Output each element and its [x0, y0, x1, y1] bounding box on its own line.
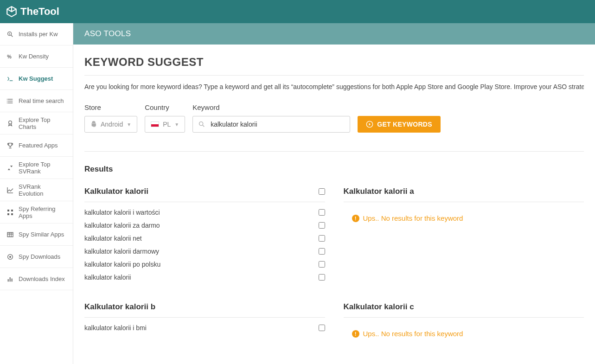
main: ASO TOOLS KEYWORD SUGGEST Are you lookin…: [73, 23, 595, 364]
keyword-checkbox[interactable]: [319, 222, 325, 229]
keyword-checkbox[interactable]: [319, 261, 325, 268]
sidebar-item-spy-similar-apps[interactable]: Spy Similar Apps: [0, 224, 73, 246]
sidebar-item-label: Real time search: [19, 97, 64, 104]
density-icon: %: [6, 53, 14, 60]
keyword-text: kalkulator kalorii po polsku: [84, 261, 160, 268]
keyword-row: kalkulator kalorii darmowy: [84, 245, 325, 258]
sidebar-item-label: SVRank Evolution: [19, 183, 66, 197]
sidebar-item-spy-referring-apps[interactable]: Spy Referring Apps: [0, 201, 73, 224]
result-group: Kalkulator kaloriikalkulator kalorii i w…: [84, 187, 325, 284]
flag-pl-icon: [151, 121, 159, 127]
result-group-title: Kalkulator kalorii c: [344, 302, 414, 312]
installs-icon: $: [6, 31, 14, 38]
sidebar-item-label: Spy Downloads: [19, 253, 60, 260]
topbar: TheTool: [0, 0, 595, 23]
svg-point-29: [199, 122, 203, 126]
arrow-circle-right-icon: [366, 121, 373, 128]
sidebar-item-installs-per-kw[interactable]: $Installs per Kw: [0, 23, 73, 45]
android-icon: [90, 121, 97, 128]
sidebar-item-real-time-search[interactable]: Real time search: [0, 90, 73, 112]
select-all-checkbox[interactable]: [319, 188, 325, 195]
sidebar-item-kw-suggest[interactable]: Kw Suggest: [0, 68, 73, 90]
keyword-checkbox[interactable]: [319, 209, 325, 216]
store-label: Store: [84, 103, 137, 111]
disc-icon: [6, 253, 14, 261]
suggest-icon: [6, 75, 14, 83]
store-select[interactable]: Android ▼: [84, 116, 137, 133]
brand-logo[interactable]: TheTool: [6, 6, 59, 18]
sidebar-item-featured-apps[interactable]: Featured Apps: [0, 134, 73, 157]
svg-rect-28: [12, 278, 13, 281]
country-field: Country PL ▼: [145, 103, 185, 133]
grid-icon: [6, 209, 14, 216]
keyword-checkbox[interactable]: [319, 248, 325, 255]
keyword-text: kalkulator kalorii i bmi: [84, 324, 147, 332]
chevron-down-icon: ▼: [127, 122, 131, 127]
sidebar-item-kw-density[interactable]: %Kw Density: [0, 45, 73, 68]
store-field: Store Android ▼: [84, 103, 137, 133]
get-keywords-label: GET KEYWORDS: [377, 121, 432, 128]
no-results-text: Ups.. No results for this keyword: [363, 330, 463, 338]
logo-icon: [6, 6, 18, 18]
trophy-icon: [6, 142, 14, 149]
country-label: Country: [145, 103, 185, 111]
sidebar-item-label: Featured Apps: [19, 142, 58, 149]
sidebar-item-explore-top-charts[interactable]: Explore Top Charts: [0, 112, 73, 134]
svg-point-9: [7, 101, 7, 101]
subheader-title: ASO TOOLS: [84, 29, 131, 38]
sidebar-item-svrank-evolution[interactable]: SVRank Evolution: [0, 179, 73, 201]
store-value: Android: [101, 121, 123, 128]
chevron-down-icon: ▼: [174, 122, 179, 127]
sidebar-item-spy-downloads[interactable]: Spy Downloads: [0, 246, 73, 268]
result-group: Kalkulator kalorii c!Ups.. No results fo…: [344, 302, 584, 338]
brand-text: TheTool: [20, 6, 59, 18]
sidebar-item-label: Kw Density: [19, 53, 49, 60]
sidebar-item-label: Explore Top SVRank: [19, 161, 66, 175]
sidebar-item-label: Spy Similar Apps: [19, 231, 64, 238]
svg-text:$: $: [9, 32, 10, 35]
keyword-input[interactable]: [192, 116, 350, 133]
keyword-row: kalkulator kalorii net: [84, 232, 325, 245]
warning-icon: !: [352, 215, 359, 222]
page-intro: Are you looking for more keyword ideas? …: [84, 83, 584, 90]
keyword-row: kalkulator kalorii za darmo: [84, 219, 325, 232]
svg-rect-19: [11, 213, 13, 215]
no-results-text: Ups.. No results for this keyword: [363, 214, 463, 222]
sidebar-item-label: Downloads Index: [19, 275, 65, 282]
keyword-row: kalkulator kalorii: [84, 271, 325, 284]
result-group-title: Kalkulator kalorii b: [84, 302, 155, 312]
keyword-checkbox[interactable]: [319, 325, 325, 331]
keyword-text: kalkulator kalorii za darmo: [84, 222, 160, 229]
list-icon: [6, 97, 14, 105]
svg-rect-26: [8, 279, 9, 281]
sidebar: $Installs per Kw%Kw DensityKw SuggestRea…: [0, 23, 73, 364]
result-group-header: Kalkulator kalorii b: [84, 302, 325, 318]
content: KEYWORD SUGGEST Are you looking for more…: [73, 45, 595, 364]
sidebar-item-explore-top-svrank[interactable]: Explore Top SVRank: [0, 157, 73, 179]
result-group-title: Kalkulator kalorii a: [344, 187, 414, 196]
medal-icon: [6, 120, 14, 127]
result-group-title: Kalkulator kalorii: [84, 187, 148, 196]
keyword-checkbox[interactable]: [319, 235, 325, 242]
sidebar-item-label: Installs per Kw: [19, 31, 58, 38]
svg-text:%: %: [7, 54, 12, 59]
filter-bar: Store Android ▼ Country PL ▼: [84, 103, 584, 152]
spacer-label: [358, 103, 441, 111]
result-group-header: Kalkulator kalorii c: [344, 302, 584, 318]
svg-point-11: [9, 121, 12, 124]
keyword-row: kalkulator kalorii i bmi: [84, 321, 325, 334]
results-grid: Kalkulator kaloriikalkulator kalorii i w…: [84, 187, 584, 338]
subheader: ASO TOOLS: [73, 23, 595, 45]
keyword-checkbox[interactable]: [319, 274, 325, 281]
keyword-text: kalkulator kalorii: [84, 274, 131, 281]
svg-rect-27: [10, 277, 11, 281]
sidebar-item-label: Explore Top Charts: [19, 116, 66, 130]
bar-icon: [6, 275, 14, 283]
sidebar-item-downloads-index[interactable]: Downloads Index: [0, 268, 73, 290]
svg-point-8: [7, 99, 7, 99]
country-select[interactable]: PL ▼: [145, 116, 185, 133]
search-icon: [198, 121, 205, 128]
sidebar-item-label: Kw Suggest: [19, 75, 53, 82]
get-keywords-button[interactable]: GET KEYWORDS: [358, 116, 441, 133]
table-icon: [6, 231, 14, 238]
